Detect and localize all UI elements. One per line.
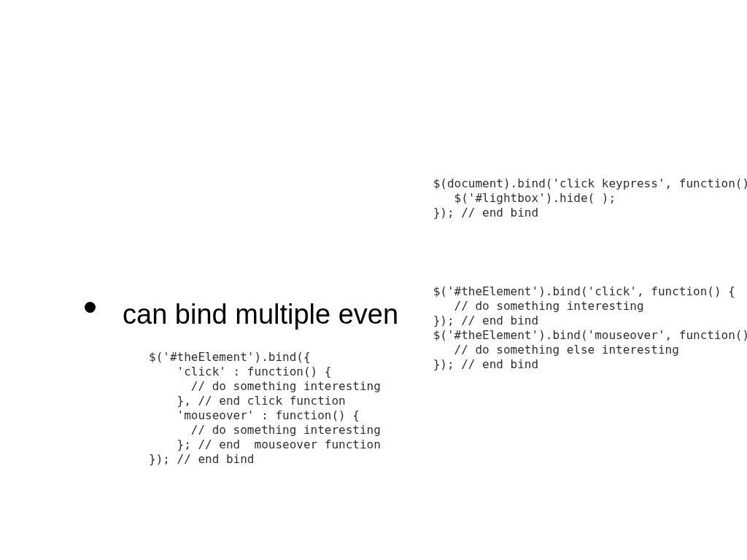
bullet-marker: [85, 302, 96, 313]
code-block-mid-right: $('#theElement').bind('click', function(…: [426, 284, 747, 372]
code-block-top-right: $(document).bind('click keypress', funct…: [426, 176, 747, 220]
code-block-bottom-left: $('#theElement').bind({ 'click' : functi…: [149, 350, 381, 467]
bullet-text: can bind multiple even: [123, 299, 398, 330]
